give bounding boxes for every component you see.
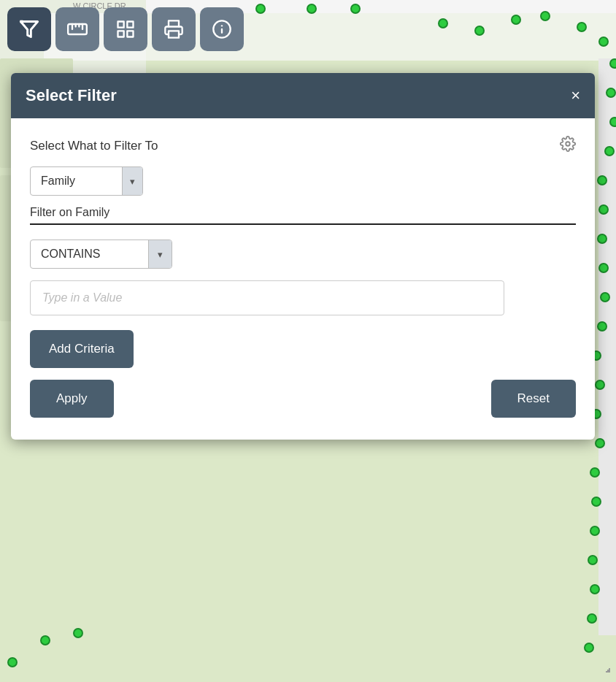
svg-rect-7 <box>0 635 616 682</box>
map-dot <box>597 321 607 332</box>
map-dot <box>606 88 616 98</box>
filter-field-arrow[interactable]: ▾ <box>122 167 142 195</box>
filter-tool-button[interactable] <box>7 7 51 51</box>
svg-rect-19 <box>127 31 133 37</box>
svg-rect-25 <box>606 671 607 673</box>
map-dot <box>438 18 448 28</box>
svg-rect-28 <box>607 670 609 671</box>
map-dot <box>40 635 50 645</box>
map-dot <box>577 22 587 32</box>
ruler-tool-button[interactable] <box>55 7 99 51</box>
filter-field-value: Family <box>31 167 122 195</box>
map-dot <box>350 4 361 14</box>
map-dot <box>588 555 598 565</box>
map-dot <box>591 497 601 507</box>
svg-rect-27 <box>609 671 610 673</box>
map-dot <box>73 628 83 638</box>
svg-rect-29 <box>609 670 610 671</box>
action-row: Apply Reset <box>30 380 576 418</box>
svg-marker-9 <box>20 22 37 37</box>
value-input[interactable] <box>30 280 504 315</box>
map-dot <box>590 584 600 594</box>
map-dot <box>590 526 600 536</box>
map-dot <box>7 657 18 667</box>
add-criteria-button[interactable]: Add Criteria <box>30 330 134 368</box>
dialog-header: Select Filter × <box>11 73 595 118</box>
map-dot <box>307 4 317 14</box>
svg-rect-11 <box>68 24 87 34</box>
map-dot <box>474 26 485 36</box>
map-dot <box>540 11 550 21</box>
gear-icon[interactable] <box>560 136 576 156</box>
map-dot <box>598 263 609 273</box>
map-dot <box>255 4 266 14</box>
condition-arrow[interactable]: ▾ <box>148 240 172 268</box>
svg-rect-26 <box>607 671 609 673</box>
condition-dropdown[interactable]: CONTAINS ▾ <box>30 240 172 269</box>
condition-value: CONTAINS <box>31 240 148 268</box>
map-dot <box>587 613 597 624</box>
filter-what-label: Select What to Filter To <box>30 139 158 153</box>
reset-button[interactable]: Reset <box>491 380 576 418</box>
map-dot <box>600 292 610 302</box>
map-dot <box>584 643 594 653</box>
condition-row: CONTAINS ▾ <box>30 240 576 269</box>
filter-field-dropdown[interactable]: Family ▾ <box>30 166 143 196</box>
map-dot <box>609 58 616 69</box>
map-dot <box>590 467 600 478</box>
print-tool-button[interactable] <box>152 7 196 51</box>
map-dot <box>604 146 615 156</box>
filter-divider <box>30 223 576 225</box>
svg-rect-10 <box>20 20 23 23</box>
filter-on-label: Filter on Family <box>30 206 576 219</box>
select-filter-dialog: Select Filter × Select What to Filter To… <box>11 73 595 440</box>
toolbar <box>7 7 244 51</box>
map-dot <box>595 438 605 448</box>
resize-handle[interactable] <box>600 664 610 676</box>
svg-rect-16 <box>118 22 124 28</box>
filter-what-row: Select What to Filter To <box>30 136 576 156</box>
dialog-title: Select Filter <box>26 86 117 105</box>
apply-button[interactable]: Apply <box>30 380 114 418</box>
map-dot <box>598 37 609 47</box>
map-dot <box>511 15 521 25</box>
info-tool-button[interactable] <box>200 7 244 51</box>
map-dot <box>609 117 616 127</box>
map-dot <box>597 175 607 185</box>
svg-rect-18 <box>118 31 124 37</box>
close-dialog-button[interactable]: × <box>571 88 580 104</box>
grid-tool-button[interactable] <box>104 7 147 51</box>
map-dot <box>597 234 607 244</box>
map-dot <box>595 380 605 390</box>
svg-rect-17 <box>127 22 133 28</box>
svg-rect-20 <box>169 31 179 37</box>
map-dot <box>598 204 609 215</box>
svg-rect-30 <box>609 668 610 670</box>
dialog-body: Select What to Filter To Family ▾ Filter… <box>11 118 595 440</box>
svg-point-24 <box>566 142 570 146</box>
